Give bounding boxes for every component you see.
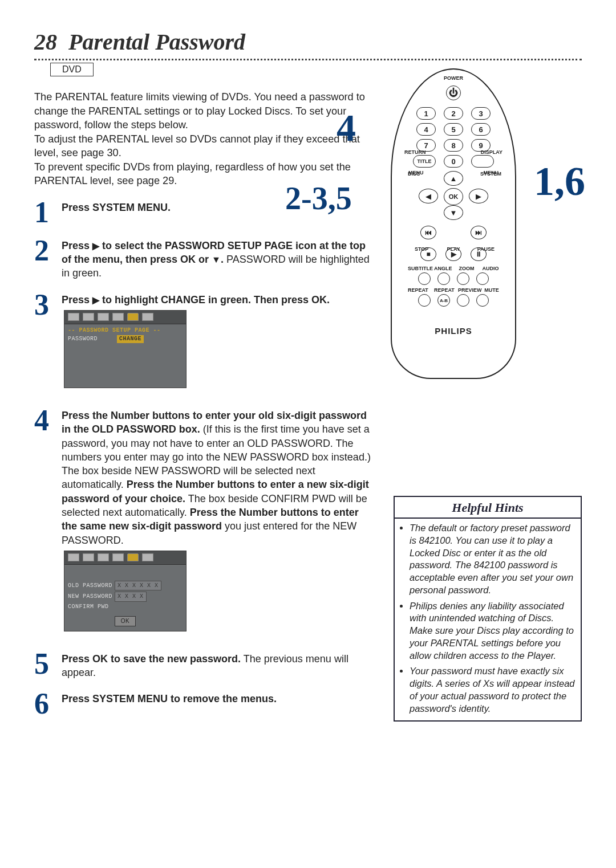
hint-item: The default or factory preset password i… (410, 522, 575, 597)
l: AUDIO (482, 266, 499, 271)
t: Press OK to save the new password. (62, 653, 241, 665)
intro-p1: The PARENTAL feature limits viewing of D… (34, 91, 365, 131)
osd-password-entry: OLD PASSWORDX X X X X X NEW PASSWORDX X … (64, 551, 187, 631)
step-5: 5 Press OK to save the new password. The… (34, 650, 371, 680)
title-text: Parental Password (68, 29, 245, 55)
hint-item: Philips denies any liability associated … (410, 600, 575, 662)
step-number: 1 (34, 198, 62, 226)
osd-row-value: CHANGE (117, 335, 144, 343)
subtitle-button[interactable] (418, 272, 431, 285)
num-8-button[interactable]: 8 (444, 139, 463, 152)
step-number: 5 (34, 650, 62, 678)
title-button[interactable]: TITLE (413, 155, 436, 168)
step-number: 3 (34, 291, 62, 319)
play-label: PLAY (392, 246, 515, 252)
pause-label: PAUSE (477, 246, 495, 252)
t: Press (62, 240, 92, 251)
ok-button[interactable]: OK (444, 188, 463, 205)
callout-2-3-5: 2-3,5 (285, 182, 352, 214)
l: REPEAT (408, 287, 427, 293)
osd-iconbar (64, 551, 186, 565)
hints-title: Helpful Hints (395, 500, 581, 515)
osd-title: -- PASSWORD SETUP PAGE -- (68, 327, 183, 335)
page-title: 28 Parental Password (34, 28, 582, 55)
preview-button[interactable] (457, 294, 469, 307)
step-number: 6 (34, 690, 62, 718)
repeat-ab-button[interactable]: A-B (437, 294, 450, 307)
num-4-button[interactable]: 4 (416, 123, 436, 136)
menu-r-label: MENU (484, 170, 499, 176)
repeat-button[interactable] (418, 294, 431, 307)
callout-1-6: 1,6 (534, 161, 585, 202)
media-badge: DVD (50, 63, 94, 76)
num-2-button[interactable]: 2 (444, 107, 463, 120)
l: ANGLE (434, 266, 451, 271)
zoom-button[interactable] (457, 272, 469, 285)
old-password-field: X X X X X X (115, 581, 161, 591)
remote-figure: 4 2-3,5 1,6 POWER ⏻ 1 2 3 4 5 6 7 8 9 RE… (376, 68, 530, 379)
callout-4: 4 (337, 108, 356, 147)
lock-icon (127, 313, 139, 321)
l: SUBTITLE (408, 266, 427, 271)
num-6-button[interactable]: 6 (471, 123, 491, 136)
down-button[interactable]: ▼ (444, 205, 463, 220)
next-button[interactable]: ⏭ (471, 226, 487, 239)
power-label: POWER (392, 75, 515, 81)
l: MUTE (484, 287, 499, 293)
intro-p2: To adjust the PARENTAL level so DVDs can… (34, 133, 360, 159)
power-button[interactable]: ⏻ (446, 85, 461, 100)
l: ZOOM (458, 266, 475, 271)
step-4: 4 Press the Number buttons to enter your… (34, 406, 371, 639)
t: OLD PASSWORD (68, 582, 112, 590)
up-button[interactable]: ▲ (444, 171, 463, 186)
osd-iconbar (64, 311, 186, 324)
t: Press SYSTEM MENU to remove the menus. (62, 693, 277, 704)
l: REPEAT (434, 287, 451, 293)
menu-l-label: MENU (408, 170, 424, 176)
step-2: 2 Press ▶ to select the PASSWORD SETUP P… (34, 237, 371, 280)
helpful-hints-box: Helpful Hints The default or factory pre… (394, 496, 582, 722)
return-label: RETURN (404, 149, 426, 155)
right-triangle-icon: ▶ (92, 294, 99, 307)
left-button[interactable]: ◀ (419, 189, 438, 203)
num-row: 1 2 3 (392, 107, 515, 120)
prev-button[interactable]: ⏮ (420, 226, 436, 239)
new-password-field: X X X X (115, 592, 147, 602)
t: CONFIRM PWD (68, 603, 109, 611)
lock-icon (127, 553, 139, 561)
step-1-text: Press SYSTEM MENU. (62, 202, 171, 213)
t: Press (62, 294, 92, 305)
num-5-button[interactable]: 5 (444, 123, 463, 136)
audio-button[interactable] (476, 272, 489, 285)
step-number: 2 (34, 237, 62, 264)
t: NEW PASSWORD (68, 593, 112, 601)
step-number: 4 (34, 406, 62, 434)
num-1-button[interactable]: 1 (416, 107, 436, 120)
num-3-button[interactable]: 3 (471, 107, 491, 120)
hint-item: Your password must have exactly six digi… (410, 665, 575, 715)
num-0-button[interactable]: 0 (444, 155, 463, 168)
osd-row-label: PASSWORD (68, 335, 98, 343)
t: to highlight CHANGE in green. Then press… (99, 294, 330, 305)
dotted-rule (34, 59, 582, 60)
right-triangle-icon: ▶ (92, 240, 99, 252)
brand-label: PHILIPS (392, 326, 515, 336)
remote-control: POWER ⏻ 1 2 3 4 5 6 7 8 9 RETURN DISPLAY… (391, 68, 516, 379)
display-button[interactable] (471, 155, 494, 168)
l: PREVIEW (458, 287, 477, 293)
page-number: 28 (34, 29, 57, 55)
intro-text: The PARENTAL feature limits viewing of D… (34, 90, 371, 188)
down-triangle-icon: ▼ (212, 254, 221, 266)
angle-button[interactable] (437, 272, 450, 285)
step-3: 3 Press ▶ to highlight CHANGE in green. … (34, 291, 371, 396)
mute-button[interactable] (476, 294, 489, 307)
step-6: 6 Press SYSTEM MENU to remove the menus. (34, 690, 371, 718)
osd-ok-button: OK (115, 616, 136, 626)
dpad: ▲ ▼ ◀ ▶ OK MENU MENU (416, 171, 491, 222)
osd-password-setup: -- PASSWORD SETUP PAGE -- PASSWORD CHANG… (64, 310, 187, 388)
display-label: DISPLAY (481, 149, 502, 155)
right-button[interactable]: ▶ (469, 189, 488, 203)
